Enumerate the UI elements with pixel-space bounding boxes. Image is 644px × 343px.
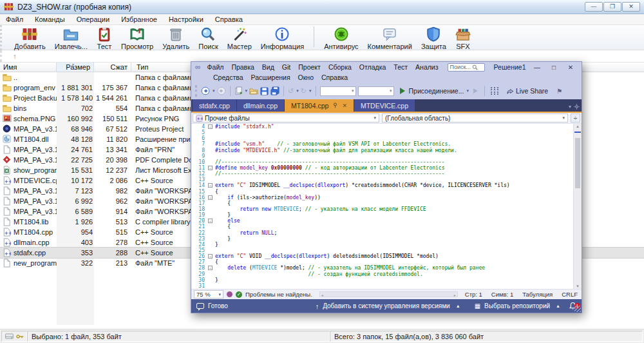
- tab-overflow-icon[interactable]: ▾: [569, 104, 571, 110]
- fold-margin[interactable]: −: [208, 165, 215, 171]
- vs-menu1-3[interactable]: Git: [278, 63, 294, 71]
- scope-dropdown[interactable]: (Глобальная область) ▾: [382, 113, 568, 122]
- winrar-menu-5[interactable]: Справка: [209, 15, 249, 24]
- vs-menu1-0[interactable]: Файл: [204, 63, 228, 71]
- feedback-icon[interactable]: ⚑: [556, 88, 562, 95]
- start-without-debug-icon[interactable]: [473, 88, 478, 93]
- redo-button[interactable]: ↻: [301, 87, 307, 95]
- vs-menu1-2[interactable]: Вид: [258, 63, 278, 71]
- winrar-menu-4[interactable]: Настройки: [163, 15, 209, 24]
- caret-line[interactable]: Стр: 1: [465, 291, 482, 298]
- project-dropdown[interactable]: ++ Прочие файлы ▾: [193, 113, 379, 122]
- vs-menu1-7[interactable]: Тест: [390, 63, 412, 71]
- fold-margin[interactable]: −: [208, 195, 215, 201]
- line-number: 24: [191, 242, 208, 248]
- problems-status[interactable]: Проблемы не найдены.: [245, 291, 312, 298]
- column-header-0[interactable]: Имя: [0, 63, 57, 72]
- fold-margin[interactable]: −: [208, 218, 215, 224]
- toolbar-sfx-button[interactable]: SFX: [451, 25, 475, 50]
- vs-menu1-6[interactable]: Отладка: [355, 63, 390, 71]
- save-all-button[interactable]: [270, 86, 279, 95]
- gear-icon[interactable]: [574, 104, 580, 110]
- vs-close-button[interactable]: ✕: [562, 64, 579, 71]
- vs-menu1-4[interactable]: Проект: [294, 63, 325, 71]
- add-to-source-control-button[interactable]: Добавить в систему управления версиями: [323, 302, 450, 309]
- column-header-2[interactable]: Сжат: [94, 63, 131, 72]
- live-share-button[interactable]: Live Share: [516, 87, 548, 95]
- toolbar-antivirus-button[interactable]: Антивирус: [319, 25, 363, 50]
- vs-menu1-8[interactable]: Анализ: [412, 63, 442, 71]
- toolbar-protect-button[interactable]: Защита: [417, 25, 451, 50]
- new-item-button[interactable]: [234, 86, 243, 95]
- toolbar-add-button[interactable]: Добавить: [10, 25, 50, 50]
- vs-menu1-5[interactable]: Сборка: [325, 63, 355, 71]
- toolbar-info-button[interactable]: Информация: [256, 25, 308, 50]
- pin-icon[interactable]: [332, 103, 338, 108]
- line-number: 18: [191, 206, 208, 212]
- vs-menu2-0[interactable]: Средства: [209, 74, 247, 81]
- resize-grip[interactable]: [574, 306, 581, 312]
- code-editor[interactable]: 4−#include "stdafx.h"567#include "vsm.h"…: [191, 124, 582, 289]
- tab-dllmain-cpp[interactable]: dllmain.cpp: [237, 99, 284, 112]
- fold-margin[interactable]: −: [208, 182, 215, 188]
- eol-mode[interactable]: CRLF: [562, 291, 578, 298]
- tab-MT1804-cpp[interactable]: MT1804.cpp✕: [285, 99, 354, 112]
- vs-menu2-1[interactable]: Расширения: [247, 74, 294, 81]
- solution-platform-select[interactable]: ▾: [358, 86, 394, 96]
- maximize-button[interactable]: ❐: [603, 2, 621, 12]
- fold-margin[interactable]: −: [208, 253, 215, 259]
- fold-collapse-icon[interactable]: −: [208, 266, 213, 270]
- vs-menu1-1[interactable]: Правка: [227, 63, 258, 71]
- winrar-menu-1[interactable]: Команды: [29, 15, 71, 24]
- tab-stdafx-cpp[interactable]: stdafx.cpp: [193, 99, 236, 112]
- toolbar-wizard-button[interactable]: Мастер: [223, 25, 256, 50]
- editor-horizontal-scrollbar[interactable]: ◂▸: [319, 291, 458, 297]
- split-editor-button[interactable]: ÷: [571, 113, 580, 122]
- toolbar-extract-button[interactable]: Извлечь...: [50, 25, 92, 50]
- toolbar-test-button[interactable]: Тест: [92, 25, 117, 50]
- column-header-1[interactable]: ▾Размер: [57, 63, 94, 72]
- feedback-smiley-icon[interactable]: [227, 291, 232, 297]
- toolbar-comment-button[interactable]: Комментарий: [363, 25, 417, 50]
- fold-collapse-icon[interactable]: −: [208, 195, 213, 200]
- fold-collapse-icon[interactable]: −: [208, 124, 213, 129]
- attach-button[interactable]: Присоединение...: [409, 87, 464, 95]
- toolbar-find-button[interactable]: Поиск: [194, 25, 222, 50]
- toolbar-delete-button[interactable]: Удалить: [158, 25, 194, 50]
- vs-menu2-3[interactable]: Справка: [317, 74, 352, 81]
- vs-menu2-2[interactable]: Окно: [294, 74, 317, 81]
- winrar-menu-3[interactable]: Избранное: [115, 15, 163, 24]
- save-button[interactable]: [260, 87, 269, 95]
- vs-maximize-button[interactable]: □: [545, 64, 562, 71]
- navigate-back-button[interactable]: [201, 86, 210, 95]
- fold-collapse-icon[interactable]: −: [208, 166, 213, 170]
- tab-MTDEVICE-cpp[interactable]: MTDEVICE.cpp: [354, 99, 415, 112]
- up-folder-button[interactable]: ↑: [7, 52, 23, 61]
- zoom-select[interactable]: 75 % ▾: [194, 290, 223, 299]
- fold-collapse-icon[interactable]: −: [208, 254, 213, 259]
- vs-search-input[interactable]: Поиск...: [448, 63, 485, 72]
- toolbar-grip[interactable]: [195, 85, 197, 97]
- close-button[interactable]: ✕: [622, 2, 640, 12]
- open-file-button[interactable]: [249, 87, 258, 95]
- fold-collapse-icon[interactable]: −: [208, 219, 213, 223]
- vs-minimize-button[interactable]: —: [529, 64, 545, 71]
- minimize-button[interactable]: —: [585, 2, 603, 12]
- fold-collapse-icon[interactable]: −: [208, 183, 213, 188]
- indent-mode[interactable]: Табуляция: [522, 291, 553, 298]
- window-layout-icons[interactable]: [491, 87, 498, 95]
- editor-vertical-scrollbar[interactable]: ▲ ▼: [573, 124, 582, 289]
- navigate-forward-button[interactable]: [217, 86, 226, 95]
- toolbar-view-button[interactable]: Просмотр: [117, 25, 158, 50]
- winrar-menu-0[interactable]: Файл: [0, 15, 29, 24]
- tab-close-icon[interactable]: ✕: [342, 103, 347, 109]
- scrollbar-thumb[interactable]: [575, 138, 580, 188]
- select-repository-button[interactable]: Выбрать репозиторий: [484, 302, 550, 309]
- caret-char[interactable]: Симв: 1: [491, 291, 513, 298]
- fold-margin[interactable]: −: [208, 124, 215, 130]
- solution-config-select[interactable]: ▾: [320, 86, 356, 96]
- fold-margin[interactable]: −: [208, 265, 215, 271]
- file-icon: [3, 186, 12, 195]
- winrar-menu-2[interactable]: Операции: [71, 15, 115, 24]
- undo-button[interactable]: ↺: [288, 87, 294, 95]
